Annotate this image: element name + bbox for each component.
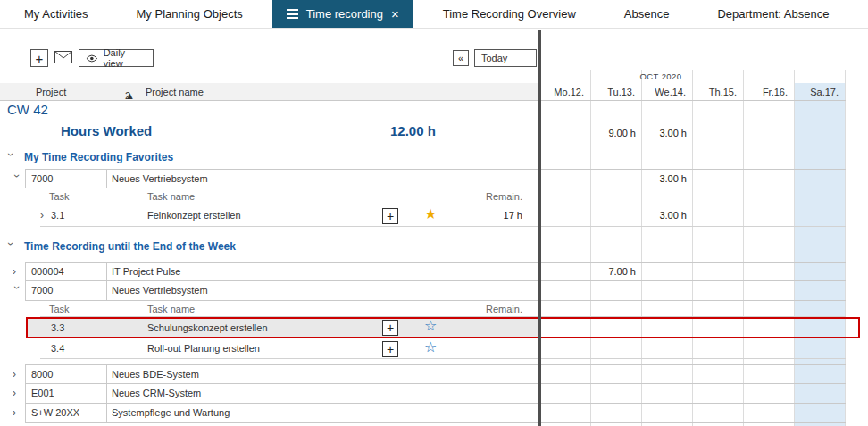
day-label: Sa.17. [795,83,846,100]
collapse-icon[interactable]: › [12,286,22,295]
today-button[interactable]: Today [474,49,537,67]
envelope-icon [54,51,72,63]
project-row-7000[interactable]: › 7000 Neues Vertriebsystem [25,281,846,301]
project-row-sw20xx[interactable]: › S+W 20XX Systempflege und Wartung [25,404,846,423]
project-row-e001[interactable]: › E001 Neues CRM-System [25,384,846,404]
day-cell-we[interactable]: 3.00 h [642,210,687,221]
section-title: Time Recording until the End of the Week [24,240,236,253]
project-name-column-header[interactable]: Project name [146,87,204,97]
add-time-entry-button[interactable]: + [382,320,398,336]
task-name-column-header: Task name [147,304,195,314]
tab-label: Time recording [306,7,383,21]
previous-period-button[interactable]: « [453,50,469,66]
expand-icon[interactable]: › [13,369,21,380]
calendar-week-label: CW 42 [7,102,48,117]
task-name-cell[interactable]: Schulungskonzept erstellen [147,322,268,333]
close-icon[interactable]: × [391,7,399,21]
day-label: Th.15. [693,83,744,100]
project-name-cell[interactable]: Systempflege und Wartung [107,404,540,422]
collapse-icon[interactable]: › [12,174,22,183]
project-code-cell[interactable]: 7000 [25,170,107,188]
section-favorites-header[interactable]: › My Time Recording Favorites [0,149,173,165]
tab-my-activities[interactable]: My Activities [0,0,113,28]
task-header-row: Task Task name Remain. [40,301,846,317]
favorite-star-icon[interactable]: ☆ [424,319,437,333]
expand-icon[interactable]: › [40,210,49,221]
project-name-cell[interactable]: Neues Vertriebsystem [107,170,540,188]
task-header-row: Task Task name Remain. [40,188,846,205]
task-name-cell[interactable]: Roll-out Planung erstellen [147,343,260,354]
task-column-header: Task [49,191,70,202]
project-name-cell[interactable]: Neues BDE-System [107,365,540,383]
expand-icon[interactable]: › [13,266,21,277]
section-week-tasks-header[interactable]: › Time Recording until the End of the We… [0,238,236,255]
task-row-3-4[interactable]: 3.4 Roll-out Planung erstellen + ☆ [40,338,846,359]
day-cell-we[interactable]: 3.00 h [642,173,687,184]
today-label: Today [481,53,507,63]
expand-icon[interactable]: › [13,407,21,418]
pane-divider[interactable] [538,30,541,426]
day-label: We.14. [642,83,693,100]
collapse-icon[interactable]: › [5,153,16,162]
daily-view-dropdown[interactable]: Daily view [79,49,154,67]
remaining-hours-value: 17 h [469,210,522,221]
hours-worked-label: Hours Worked [61,123,152,138]
project-name-cell[interactable]: Neues Vertriebsystem [107,281,540,300]
tab-time-recording[interactable]: Time recording × [272,0,413,28]
project-row-000004[interactable]: › 000004 IT Project Pulse 7.00 h [25,262,846,281]
selected-task-row-3-3[interactable]: 3.3 Schulungskonzept erstellen + ☆ [26,317,860,338]
favorite-star-icon[interactable]: ★ [424,207,437,221]
daily-view-label: Daily view [104,47,146,69]
day-label: Mo.12. [540,83,591,100]
selection-background [28,319,540,337]
favorite-star-icon[interactable]: ☆ [424,340,437,355]
time-recording-app: My Activities My Planning Objects Time r… [0,0,868,426]
task-name-cell[interactable]: Feinkonzept erstellen [147,210,241,221]
add-time-entry-button[interactable]: + [382,208,398,224]
task-row-3-1[interactable]: › 3.1 Feinkonzept erstellen + ★ 17 h 3.0… [40,205,846,227]
project-row-8000[interactable]: › 8000 Neues BDE-System [25,364,846,384]
project-code-cell[interactable]: 8000 [25,365,107,383]
tab-absence[interactable]: Absence [600,0,694,28]
hours-worked-day-cell-we[interactable]: 3.00 h [642,128,687,138]
eye-icon [86,54,98,63]
mail-button[interactable] [54,51,73,64]
project-code-cell[interactable]: S+W 20XX [25,404,107,422]
tab-bar: My Activities My Planning Objects Time r… [0,0,868,29]
day-header-row: Mo.12. Tu.13. We.14. Th.15. Fr.16. Sa.17… [540,83,846,100]
project-name-cell[interactable]: Neues CRM-System [107,384,540,403]
project-code-cell[interactable]: 7000 [25,281,107,300]
task-id-cell: 3.4 [51,343,64,354]
header-divider-line [0,100,846,101]
month-label: OCT 2020 [540,71,781,81]
task-name-column-header: Task name [147,191,195,202]
menu-icon[interactable] [287,9,298,19]
tab-my-planning-objects[interactable]: My Planning Objects [113,0,267,28]
day-cell-tu[interactable]: 7.00 h [591,266,636,277]
expand-icon[interactable]: › [13,388,21,398]
project-row-favorites-7000[interactable]: › 7000 Neues Vertriebsystem 3.00 h [25,169,846,188]
task-id-cell: 3.3 [51,322,64,333]
hours-worked-total: 12.00 h [390,123,436,138]
remaining-column-header: Remain. [469,191,522,202]
section-title: My Time Recording Favorites [24,151,173,163]
project-code-cell[interactable]: E001 [25,384,107,403]
task-column-header: Task [49,304,70,314]
project-code-cell[interactable]: 000004 [25,263,107,280]
day-label: Tu.13. [591,83,642,100]
tab-department-absence[interactable]: Department: Absence [693,0,853,28]
remaining-column-header: Remain. [469,304,522,314]
task-id-cell: 3.1 [51,210,64,221]
tab-time-recording-overview[interactable]: Time Recording Overview [419,0,600,28]
project-name-cell[interactable]: IT Project Pulse [107,263,540,280]
add-time-entry-button[interactable]: + [382,341,398,357]
day-label: Fr.16. [744,83,795,100]
add-button[interactable]: + [30,49,48,67]
project-column-header[interactable]: Project [36,87,66,97]
collapse-icon[interactable]: › [5,242,16,251]
hours-worked-day-cell-tu[interactable]: 9.00 h [591,128,636,138]
table-header-row: Project 2▲ Project name [0,83,538,100]
